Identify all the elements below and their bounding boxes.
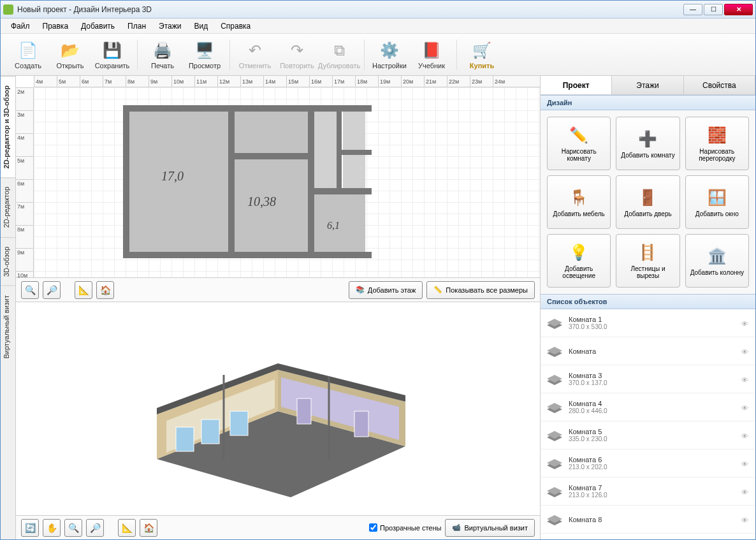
buy-button[interactable]: 🛒Купить [461, 36, 503, 74]
camera-icon: 📹 [452, 523, 461, 532]
room-label-1: 17,0 [161, 169, 184, 184]
visibility-icon[interactable]: 👁 [741, 404, 750, 411]
design-tool-button[interactable]: 🏛️Добавить колонну [685, 234, 749, 288]
room-icon [546, 344, 563, 358]
show-dimensions-button[interactable]: 📏Показывать все размеры [426, 281, 535, 299]
object-row[interactable]: Комната 5335.0 x 230.0👁 [541, 421, 755, 449]
save-button[interactable]: 💾Сохранить [91, 36, 133, 74]
duplicate-button[interactable]: ⧉Дублировать [318, 36, 360, 74]
menu-file[interactable]: Файл [4, 20, 36, 33]
workspace: 2D-редактор и 3D-обзор 2D-редактор 3D-об… [1, 76, 755, 539]
3d-bottom-bar: 🔄 ✋ 🔍 🔎 📐 🏠 Прозрачные стены 📹Виртуальны… [16, 515, 540, 539]
transparent-walls-checkbox[interactable]: Прозрачные стены [369, 523, 441, 532]
3d-viewport[interactable]: 🔄 ✋ 🔍 🔎 📐 🏠 Прозрачные стены 📹Виртуальны… [16, 302, 540, 539]
object-row[interactable]: Комната 1370.0 x 530.0👁 [541, 309, 755, 337]
svg-rect-7 [230, 411, 248, 435]
zoom-out-button[interactable]: 🔍 [21, 281, 39, 299]
tool-label: Добавить мебель [553, 210, 605, 217]
home-3d-button[interactable]: 🏠 [140, 519, 157, 537]
visibility-icon[interactable]: 👁 [741, 320, 750, 326]
virtual-visit-button[interactable]: 📹Виртуальный визит [445, 519, 535, 537]
tool-icon: 🪜 [637, 242, 658, 263]
design-tool-button[interactable]: 🧱Нарисовать перегородку [685, 117, 749, 170]
zoom-in-button[interactable]: 🔎 [43, 281, 61, 299]
design-tool-button[interactable]: 🪜Лестницы и вырезы [616, 234, 680, 288]
orbit-button[interactable]: 🔄 [21, 519, 39, 537]
ruler-tick: 5м [16, 156, 33, 179]
zoom-out-3d-button[interactable]: 🔍 [64, 519, 82, 537]
visibility-icon[interactable]: 👁 [741, 432, 750, 439]
object-row[interactable]: Комната 3370.0 x 137.0👁 [541, 365, 755, 393]
design-section-header: Дизайн [541, 95, 755, 110]
tool-icon: 💡 [569, 242, 589, 263]
design-tool-button[interactable]: 🪑Добавить мебель [547, 175, 611, 229]
tab-project[interactable]: Проект [541, 76, 612, 94]
object-row[interactable]: Комната 8👁 [541, 506, 755, 534]
layers-icon: 📚 [356, 286, 365, 294]
measure-3d-button[interactable]: 📐 [118, 519, 136, 537]
zoom-in-3d-button[interactable]: 🔎 [86, 519, 104, 537]
visibility-icon[interactable]: 👁 [741, 376, 750, 383]
tab-floors[interactable]: Этажи [612, 76, 683, 94]
3d-model[interactable] [131, 332, 425, 510]
visibility-icon[interactable]: 👁 [741, 460, 750, 467]
minimize-button[interactable]: — [683, 4, 702, 15]
settings-button[interactable]: ⚙️Настройки [368, 36, 411, 74]
tool-icon: 🧱 [707, 125, 727, 145]
tab-3d-view[interactable]: 3D-обзор [1, 237, 15, 286]
menu-plan[interactable]: План [121, 20, 152, 33]
design-tool-button[interactable]: 🚪Добавить дверь [616, 175, 680, 229]
object-name: Комната [569, 347, 741, 355]
home-button[interactable]: 🏠 [96, 281, 114, 299]
tool-label: Нарисовать перегородку [688, 148, 746, 162]
design-tool-button[interactable]: 💡Добавить освещение [547, 234, 611, 288]
object-row[interactable]: Комната 6213.0 x 202.0👁 [541, 449, 755, 478]
floor-plan[interactable]: 17,0 10,38 6,1 [123, 105, 372, 258]
visibility-icon[interactable]: 👁 [741, 516, 750, 523]
tutorial-button[interactable]: 📕Учебник [411, 36, 453, 74]
tab-properties[interactable]: Свойства [684, 76, 755, 94]
menu-view[interactable]: Вид [187, 20, 214, 33]
visibility-icon[interactable]: 👁 [741, 488, 750, 495]
menu-help[interactable]: Справка [214, 20, 257, 33]
object-row[interactable]: Комната 4280.0 x 446.0👁 [541, 393, 755, 421]
tab-virtual-visit[interactable]: Виртуальный визит [1, 286, 15, 368]
right-panel: Проект Этажи Свойства Дизайн ✏️Нарисоват… [540, 76, 755, 539]
object-dimensions: 335.0 x 230.0 [569, 435, 741, 442]
object-name: Комната 8 [569, 516, 741, 523]
menu-add[interactable]: Добавить [75, 20, 121, 33]
ruler-tick: 3м [16, 110, 33, 133]
create-button[interactable]: 📄Создать [7, 36, 49, 74]
design-tool-button[interactable]: ➕Добавить комнату [616, 117, 680, 170]
app-icon [3, 4, 13, 15]
object-row[interactable]: Комната👁 [541, 337, 755, 365]
pan-button[interactable]: ✋ [43, 519, 61, 537]
svg-rect-6 [201, 420, 219, 444]
close-button[interactable]: ✕ [724, 4, 753, 15]
undo-button[interactable]: ↶Отменить [234, 36, 276, 74]
preview-button[interactable]: 🖥️Просмотр [184, 36, 226, 74]
redo-button[interactable]: ↷Повторить [276, 36, 318, 74]
ruler-tick: 22м [447, 76, 470, 87]
object-list[interactable]: Комната 1370.0 x 530.0👁Комната👁Комната 3… [541, 309, 755, 539]
book-icon: 📕 [421, 40, 442, 61]
menu-edit[interactable]: Правка [36, 20, 75, 33]
right-tabs: Проект Этажи Свойства [541, 76, 755, 95]
maximize-button[interactable]: ☐ [704, 4, 723, 15]
2d-canvas[interactable]: 17,0 10,38 6,1 [34, 87, 540, 277]
object-name: Комната 7 [569, 484, 741, 492]
measure-button[interactable]: 📐 [75, 281, 92, 299]
tool-label: Добавить окно [695, 210, 739, 217]
print-button[interactable]: 🖨️Печать [142, 36, 184, 74]
2d-viewport[interactable]: 4м5м6м7м8м9м10м11м12м13м14м15м16м17м18м1… [16, 76, 540, 302]
visibility-icon[interactable]: 👁 [741, 348, 750, 354]
add-floor-button[interactable]: 📚Добавить этаж [349, 281, 423, 299]
open-button[interactable]: 📂Открыть [49, 36, 91, 74]
design-tool-button[interactable]: ✏️Нарисовать комнату [547, 117, 611, 170]
room-icon [546, 513, 563, 527]
object-row[interactable]: Комната 7213.0 x 126.0👁 [541, 478, 755, 506]
design-tool-button[interactable]: 🪟Добавить окно [685, 175, 749, 229]
tab-2d-editor[interactable]: 2D-редактор [1, 177, 15, 237]
tab-2d-3d[interactable]: 2D-редактор и 3D-обзор [1, 76, 15, 177]
menu-floors[interactable]: Этажи [152, 20, 187, 33]
